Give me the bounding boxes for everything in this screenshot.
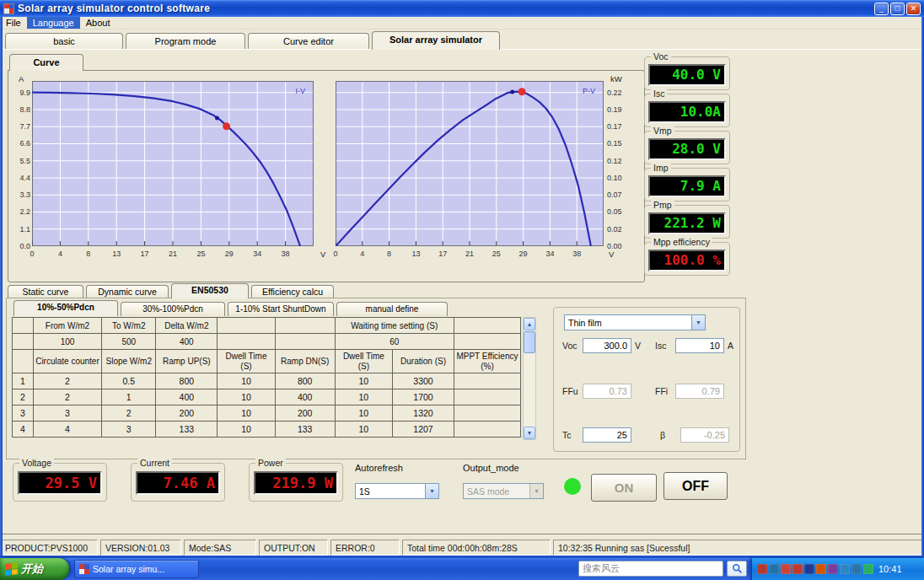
menu-file[interactable]: File (0, 17, 27, 29)
table-cell[interactable]: 0.5 (102, 373, 156, 389)
subtab-30-100-pdcn[interactable]: 30%-100%Pdcn (121, 302, 225, 316)
tray-icon-10[interactable] (863, 564, 873, 574)
tray-icon-2[interactable] (769, 564, 779, 574)
table-cell[interactable]: 400 (156, 334, 218, 350)
table-cell[interactable]: 4 (33, 422, 101, 438)
field-input-isc[interactable]: 10 (675, 338, 724, 353)
tab-curve[interactable]: Curve (9, 54, 83, 71)
x-tick-label: 38 (569, 250, 584, 258)
row-number[interactable]: 1 (13, 373, 34, 389)
maximize-button[interactable]: □ (890, 3, 905, 15)
table-cell[interactable]: 10 (335, 405, 393, 422)
tray-icon-4[interactable] (792, 564, 803, 574)
tray-icon-8[interactable] (840, 564, 850, 574)
table-cell[interactable]: 10 (335, 422, 393, 438)
table-cell[interactable] (454, 373, 520, 389)
table-cell[interactable]: 800 (275, 373, 335, 389)
app-icon (3, 3, 14, 14)
tray-icon-6[interactable] (816, 564, 826, 574)
field-input-ffi[interactable]: 0.79 (675, 384, 724, 399)
table-cell[interactable]: 1700 (393, 389, 454, 405)
scrollbar-thumb[interactable] (524, 331, 535, 353)
subtab-manual-define[interactable]: manual define (336, 302, 448, 316)
table-cell[interactable]: 10 (218, 405, 276, 422)
tray-icon-9[interactable] (851, 564, 862, 574)
minimize-button[interactable]: _ (874, 3, 889, 15)
table-cell[interactable]: 10 (335, 389, 393, 405)
tab-solar-array-simulator[interactable]: Solar array simulator (372, 31, 500, 50)
table-cell[interactable]: 100 (33, 334, 101, 350)
tab-en50530[interactable]: EN50530 (171, 283, 249, 298)
table-cell[interactable]: 2 (33, 373, 101, 389)
field-input-[interactable]: -0.25 (680, 427, 729, 443)
field-input-voc[interactable]: 300.0 (583, 338, 631, 353)
window-title: Solar array simulator control software (18, 3, 210, 14)
table-cell[interactable]: 3300 (393, 373, 454, 389)
table-cell[interactable] (454, 405, 520, 422)
tab-static-curve[interactable]: Static curve (8, 285, 83, 298)
row-number[interactable]: 3 (13, 405, 34, 422)
table-cell[interactable]: 800 (156, 373, 218, 389)
scroll-down-icon[interactable]: ▼ (524, 427, 535, 439)
close-button[interactable]: ✕ (906, 3, 921, 15)
tab-efficiency-calcu[interactable]: Efficiency calcu (251, 285, 334, 298)
output-mode-select[interactable]: SAS mode ▼ (463, 483, 544, 499)
table-cell[interactable] (454, 334, 520, 350)
table-cell[interactable]: 10 (218, 389, 276, 405)
table-cell[interactable]: 10 (218, 422, 276, 438)
table-cell[interactable]: 500 (102, 334, 156, 350)
tray-icon-7[interactable] (828, 564, 838, 574)
search-input[interactable]: 搜索风云 (578, 561, 723, 577)
subtab-10-50-pdcn[interactable]: 10%-50%Pdcn (13, 300, 118, 316)
pv-type-select[interactable]: Thin film ▼ (564, 314, 706, 330)
table-cell[interactable]: 133 (275, 422, 335, 438)
tab-dynamic-curve[interactable]: Dynamic curve (86, 285, 169, 298)
table-cell[interactable]: 200 (156, 405, 218, 422)
row-number[interactable]: 2 (13, 389, 34, 405)
tab-curve-editor[interactable]: Curve editor (248, 33, 369, 50)
tab-program-mode[interactable]: Program mode (126, 33, 245, 50)
tray-icon-3[interactable] (781, 564, 791, 574)
search-icon[interactable] (727, 561, 747, 577)
table-cell[interactable]: 60 (335, 334, 454, 350)
field-input-tc[interactable]: 25 (583, 427, 631, 443)
tray-icon-1[interactable] (757, 564, 767, 574)
table-scrollbar[interactable]: ▲ ▼ (523, 317, 536, 440)
table-cell[interactable]: 10 (218, 373, 276, 389)
table-cell[interactable] (454, 389, 520, 405)
start-button[interactable]: 开始 (0, 558, 69, 580)
table-cell[interactable]: 2 (33, 389, 101, 405)
table-cell[interactable]: 2 (102, 405, 156, 422)
row-number[interactable]: 4 (13, 422, 34, 438)
table-cell[interactable] (218, 334, 276, 350)
table-cell[interactable]: 400 (156, 389, 218, 405)
table-cell[interactable] (275, 334, 335, 350)
table-cell[interactable]: 400 (275, 389, 335, 405)
menu-about[interactable]: About (80, 17, 116, 29)
table-cell[interactable]: 3 (102, 422, 156, 438)
table-cell[interactable]: 1207 (393, 422, 454, 438)
table-cell[interactable]: 200 (275, 405, 335, 422)
menu-language[interactable]: Language (27, 17, 80, 29)
table-cell[interactable]: 1 (102, 389, 156, 405)
tab-basic[interactable]: basic (5, 33, 123, 50)
autorefresh-select[interactable]: 1S ▼ (355, 483, 439, 499)
off-button[interactable]: OFF (663, 472, 728, 500)
on-button[interactable]: ON (591, 474, 657, 502)
scroll-up-icon[interactable]: ▲ (524, 318, 535, 330)
table-cell[interactable]: 133 (156, 422, 218, 438)
table-cell[interactable]: 3 (33, 405, 101, 422)
chevron-down-icon[interactable]: ▼ (691, 315, 705, 330)
taskbar-app-button[interactable]: Solar array simu... (74, 560, 199, 578)
x-tick-label: 34 (542, 250, 557, 258)
tray-icon-5[interactable] (804, 564, 814, 574)
field-input-ffu[interactable]: 0.73 (583, 384, 631, 399)
table-row: 22140010400101700 (13, 389, 521, 405)
table-cell[interactable] (13, 334, 34, 350)
table-cell[interactable]: 10 (335, 373, 393, 389)
table-cell (13, 350, 34, 373)
table-cell[interactable]: 1320 (393, 405, 454, 422)
table-cell[interactable] (454, 422, 520, 438)
subtab-1-10-start-shuntdown[interactable]: 1-10% Start ShuntDown (228, 302, 334, 316)
chevron-down-icon[interactable]: ▼ (425, 484, 438, 498)
